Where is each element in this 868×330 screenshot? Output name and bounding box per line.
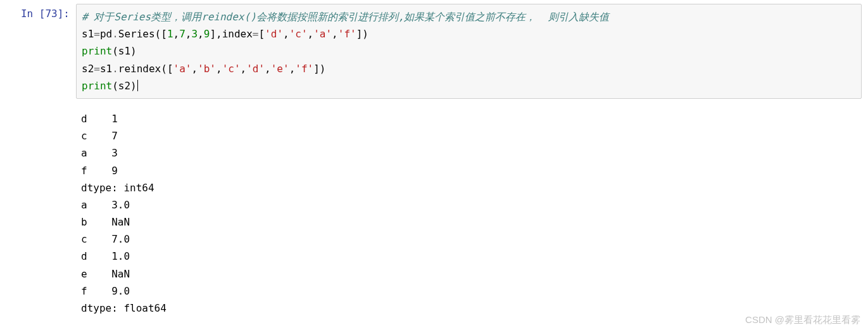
output-text: d 1 c 7 a 3 f 9 dtype: int64 a 3.0 b NaN… [76,106,868,320]
code-line-1: # 对于Series类型，调用reindex()会将数据按照新的索引进行排列,如… [82,8,856,25]
prompt-in-label: In [21,8,39,20]
prompt-bracket-close: ]: [58,8,70,20]
prompt-number: 73 [45,8,57,20]
output-cell: d 1 c 7 a 3 f 9 dtype: int64 a 3.0 b NaN… [0,103,868,324]
input-cell: In [73]: # 对于Series类型，调用reindex()会将数据按照新… [0,0,868,103]
code-line-2: s1=pd.Series([1,7,3,9],index=['d','c','a… [82,25,856,42]
comment-text: # 对于Series类型，调用reindex()会将数据按照新的索引进行排列,如… [82,11,609,23]
text-cursor [137,80,138,91]
watermark: CSDN @雾里看花花里看雾 [745,314,860,326]
code-input-area[interactable]: # 对于Series类型，调用reindex()会将数据按照新的索引进行排列,如… [76,4,862,99]
output-prompt [0,106,76,320]
code-line-3: print(s1) [82,42,856,60]
code-line-4: s2=s1.reindex(['a','b','c','d','e','f']) [82,60,856,77]
code-line-5: print(s2) [82,77,856,94]
input-prompt: In [73]: [0,4,76,99]
